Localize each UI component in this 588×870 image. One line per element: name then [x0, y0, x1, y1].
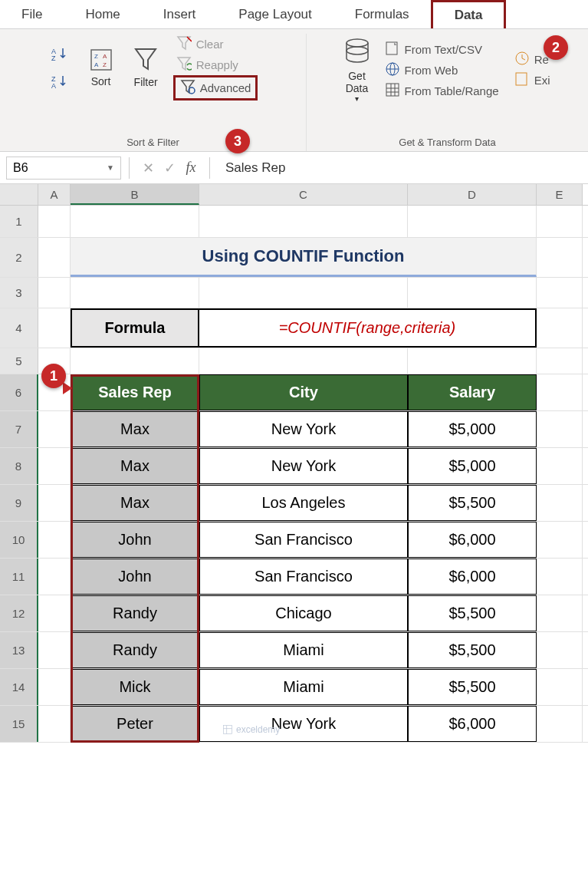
cell-C13[interactable]: Miami [199, 632, 408, 668]
col-header-A[interactable]: A [38, 184, 71, 205]
cell-B8[interactable]: Max [71, 448, 199, 484]
col-header-E[interactable]: E [537, 184, 583, 205]
cell-C10[interactable]: San Francisco [199, 522, 408, 558]
cell-E5[interactable] [537, 348, 583, 374]
cell-C12[interactable]: Chicago [199, 595, 408, 631]
cell-E2[interactable] [537, 238, 583, 277]
cell-E4[interactable] [537, 308, 583, 348]
row-header-12[interactable]: 12 [0, 595, 38, 631]
cell-A8[interactable] [38, 448, 71, 484]
existing-button[interactable]: Exi [511, 70, 554, 91]
cell-C1[interactable] [199, 206, 408, 237]
col-header-B[interactable]: B [71, 184, 199, 205]
cell-D1[interactable] [408, 206, 537, 237]
header-salesrep[interactable]: Sales Rep [71, 374, 199, 410]
cell-B13[interactable]: Randy [71, 632, 199, 668]
select-all-corner[interactable] [0, 184, 38, 205]
cell-A9[interactable] [38, 485, 71, 521]
row-header-8[interactable]: 8 [0, 448, 38, 484]
row-header-10[interactable]: 10 [0, 522, 38, 558]
cell-B10[interactable]: John [71, 522, 199, 558]
cell-A4[interactable] [38, 308, 71, 348]
row-header-11[interactable]: 11 [0, 559, 38, 595]
reapply-button[interactable]: Reapply [173, 54, 241, 75]
cell-D3[interactable] [408, 278, 537, 308]
cell-C7[interactable]: New York [199, 411, 408, 447]
cell-E9[interactable] [537, 485, 583, 521]
fx-button[interactable]: fx [180, 160, 202, 176]
cell-D7[interactable]: $5,000 [408, 411, 537, 447]
name-box[interactable]: B6 ▼ [6, 157, 121, 180]
from-csv-button[interactable]: From Text/CSV [382, 39, 485, 60]
row-header-9[interactable]: 9 [0, 485, 38, 521]
clear-button[interactable]: Clear [173, 34, 227, 54]
row-header-6[interactable]: 6 [0, 374, 38, 410]
cell-D13[interactable]: $5,500 [408, 632, 537, 668]
cell-A12[interactable] [38, 595, 71, 631]
cell-A10[interactable] [38, 522, 71, 558]
formula-label-cell[interactable]: Formula [71, 308, 199, 348]
row-header-15[interactable]: 15 [0, 706, 38, 742]
formula-input[interactable]: Sales Rep [218, 160, 588, 176]
sort-desc-button[interactable]: ZA [48, 72, 77, 91]
cell-B9[interactable]: Max [71, 485, 199, 521]
sort-button[interactable]: ZAAZ Sort [82, 44, 120, 91]
cell-D11[interactable]: $6,000 [408, 559, 537, 595]
cell-D10[interactable]: $6,000 [408, 522, 537, 558]
col-header-C[interactable]: C [199, 184, 408, 205]
col-header-D[interactable]: D [408, 184, 537, 205]
cell-A11[interactable] [38, 559, 71, 595]
cell-E3[interactable] [537, 278, 583, 308]
row-header-14[interactable]: 14 [0, 669, 38, 705]
header-salary[interactable]: Salary [408, 374, 537, 410]
cell-B12[interactable]: Randy [71, 595, 199, 631]
cell-D5[interactable] [408, 348, 537, 374]
cell-E10[interactable] [537, 522, 583, 558]
advanced-button[interactable]: Advanced [173, 75, 258, 101]
cell-A7[interactable] [38, 411, 71, 447]
cancel-formula-button[interactable]: ✕ [137, 160, 159, 176]
formula-value-cell[interactable]: =COUNTIF(range,criteria) [199, 308, 537, 348]
row-header-4[interactable]: 4 [0, 308, 38, 348]
row-header-2[interactable]: 2 [0, 238, 38, 277]
tab-formulas[interactable]: Formulas [333, 0, 431, 28]
tab-file[interactable]: File [0, 0, 64, 28]
title-cell[interactable]: Using COUNTIF Function [71, 238, 537, 277]
cell-E8[interactable] [537, 448, 583, 484]
row-header-13[interactable]: 13 [0, 632, 38, 668]
cell-C9[interactable]: Los Angeles [199, 485, 408, 521]
cell-E1[interactable] [537, 206, 583, 237]
cell-D14[interactable]: $5,500 [408, 669, 537, 705]
cell-C5[interactable] [199, 348, 408, 374]
cell-B5[interactable] [71, 348, 199, 374]
row-header-3[interactable]: 3 [0, 278, 38, 308]
cell-B14[interactable]: Mick [71, 669, 199, 705]
cell-B7[interactable]: Max [71, 411, 199, 447]
from-web-button[interactable]: From Web [382, 60, 462, 81]
cell-E12[interactable] [537, 595, 583, 631]
get-data-button[interactable]: Get Data ▾ [337, 34, 377, 106]
sort-asc-button[interactable]: AZ [48, 44, 77, 63]
cell-D8[interactable]: $5,000 [408, 448, 537, 484]
cell-D12[interactable]: $5,500 [408, 595, 537, 631]
cell-B15[interactable]: Peter [71, 706, 199, 742]
cell-D15[interactable]: $6,000 [408, 706, 537, 742]
cell-E13[interactable] [537, 632, 583, 668]
enter-formula-button[interactable]: ✓ [159, 160, 180, 176]
cell-A3[interactable] [38, 278, 71, 308]
cell-A13[interactable] [38, 632, 71, 668]
cell-E6[interactable] [537, 374, 583, 410]
row-header-1[interactable]: 1 [0, 206, 38, 237]
row-header-7[interactable]: 7 [0, 411, 38, 447]
cell-E14[interactable] [537, 669, 583, 705]
from-table-button[interactable]: From Table/Range [382, 81, 502, 101]
tab-pagelayout[interactable]: Page Layout [217, 0, 333, 28]
cell-C8[interactable]: New York [199, 448, 408, 484]
cell-B1[interactable] [71, 206, 199, 237]
cell-B3[interactable] [71, 278, 199, 308]
tab-data[interactable]: Data [431, 0, 507, 28]
cell-D9[interactable]: $5,500 [408, 485, 537, 521]
cell-B11[interactable]: John [71, 559, 199, 595]
cell-C3[interactable] [199, 278, 408, 308]
cell-E15[interactable] [537, 706, 583, 742]
